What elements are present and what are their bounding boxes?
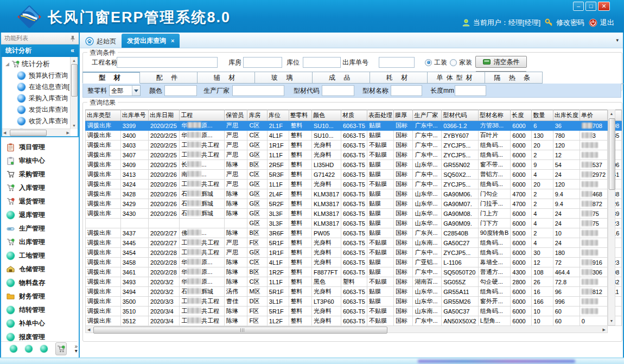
sidebar-item-工地管理[interactable]: 工地管理 bbox=[1, 249, 79, 263]
sidebar-item-结转管理[interactable]: 结转管理 bbox=[1, 303, 79, 317]
table-row[interactable]: 调拨出库34002020/2/25华原...严思C区4L1F整料SU10...6… bbox=[86, 131, 622, 141]
location-input[interactable] bbox=[303, 57, 341, 68]
column-header[interactable]: 单价 bbox=[580, 110, 607, 121]
table-row[interactable]: 调拨出库35122020/3/4工共工程陈琳F区1L2F整料光身料6063-T5… bbox=[86, 316, 622, 326]
table-row[interactable]: 调拨出库35102020/3/4工共工程陈琳F区5R1F整料光身料6063-T5… bbox=[86, 306, 622, 316]
sidebar-item-出库管理[interactable]: 出库管理 bbox=[1, 235, 79, 249]
column-header[interactable]: 出库长度 bbox=[553, 110, 580, 121]
tab-home[interactable]: 起始页 bbox=[80, 35, 122, 48]
toolbar-overflow-button[interactable]: » ▾ bbox=[74, 344, 78, 353]
table-row[interactable]: 调拨出库34302020/2/26石辉城陈琳G区3L3F整料KLM3817606… bbox=[86, 209, 622, 219]
radio-gongzhuang[interactable]: 工装 bbox=[425, 57, 447, 68]
scroll-down-icon[interactable]: ▼ bbox=[608, 317, 615, 325]
radio-jiazhuang[interactable]: 家装 bbox=[450, 57, 472, 68]
whole-part-select[interactable]: 全部 bbox=[109, 85, 141, 96]
tree-root-statistics[interactable]: ◢统计分析 bbox=[3, 58, 69, 70]
table-row[interactable]: 调拨出库34032020/2/25工共工程严思G区1R1F整料光身料6063-T… bbox=[86, 141, 622, 150]
grid-vertical-scrollbar[interactable]: ▲ ▼ bbox=[608, 110, 615, 325]
table-row[interactable]: 调拨出库34372020/2/27佛...陈琳B区3R6F整料PW056063-… bbox=[86, 228, 622, 238]
column-header[interactable]: 表面处理 bbox=[367, 110, 393, 121]
table-row[interactable]: 调拨出库34942020/3/2石辉城汤伟M区5R1F整料光身料6063-T5贴… bbox=[86, 287, 622, 297]
column-header[interactable]: 出库单号 bbox=[120, 110, 148, 121]
order-no-input[interactable] bbox=[379, 57, 415, 68]
toolbar-dot-icon[interactable] bbox=[25, 345, 33, 353]
material-tab[interactable]: 单体型材 bbox=[428, 72, 485, 84]
scroll-right-icon[interactable]: ▶ bbox=[603, 326, 606, 334]
column-header[interactable]: 整零料 bbox=[289, 110, 311, 121]
table-row[interactable]: G区3L3F整料KLM38176063-T5贴膜国标山东华...GA90M09.… bbox=[86, 219, 622, 228]
maker-input[interactable] bbox=[232, 85, 284, 96]
scroll-up-icon[interactable]: ▲ bbox=[71, 57, 78, 64]
toolbar-cart-button[interactable] bbox=[55, 342, 67, 355]
table-row[interactable]: 调拨出库33992020/2/25华原...严思C区2L1F整料SU10...6… bbox=[86, 121, 622, 131]
tree-item[interactable]: 收货入库查询 bbox=[3, 116, 69, 127]
table-row[interactable]: 调拨出库34092020/2/25长...陈琳B区2R5F整料LI35HD606… bbox=[86, 160, 622, 170]
table-row[interactable]: 调拨出库34072020/2/25工共工程严思G区1L1F整料光身料6063-T… bbox=[86, 150, 622, 160]
column-header[interactable]: 长度 bbox=[511, 110, 532, 121]
tree-horizontal-scrollbar[interactable]: ◀ ▶ bbox=[2, 129, 71, 136]
clear-conditions-button[interactable]: 清空条件 bbox=[475, 56, 527, 68]
sidebar-item-补单中心[interactable]: 补单中心 bbox=[1, 317, 79, 330]
grid-horizontal-scrollbar[interactable]: ◀ ▶ bbox=[85, 325, 608, 333]
sidebar-item-退货管理[interactable]: 退货管理 bbox=[1, 195, 79, 208]
minimize-button[interactable]: – bbox=[573, 2, 584, 11]
material-tab[interactable]: 隔 热 条 bbox=[485, 72, 543, 84]
tree-item[interactable]: 发货出库查询 bbox=[3, 104, 69, 116]
sidebar-item-仓储管理[interactable]: 仓储管理 bbox=[1, 263, 79, 276]
column-header[interactable]: 出库日期 bbox=[148, 110, 179, 121]
material-tab[interactable]: 成 品 bbox=[313, 72, 370, 84]
tree-item[interactable]: 采购入库查询 bbox=[3, 93, 69, 104]
tab-close-icon[interactable]: × bbox=[171, 37, 174, 44]
column-header[interactable]: 保管员 bbox=[225, 110, 247, 121]
scroll-down-icon[interactable]: ▼ bbox=[71, 122, 78, 129]
table-row[interactable]: 调拨出库34582020/2/28华原...陈琳C区4L1F整料光身料6063-… bbox=[86, 258, 622, 267]
color-input[interactable] bbox=[164, 85, 197, 96]
pin-icon[interactable] bbox=[70, 35, 75, 42]
material-tab[interactable]: 耗 材 bbox=[370, 72, 428, 84]
table-row[interactable]: 调拨出库34132020/2/26南...严思C区5R3F整料G71422606… bbox=[86, 170, 622, 180]
scroll-left-icon[interactable]: ◀ bbox=[3, 129, 6, 136]
sidebar-item-物料盘存[interactable]: 物料盘存 bbox=[1, 276, 79, 290]
sidebar-item-项目管理[interactable]: 项目管理 bbox=[1, 141, 79, 154]
column-header[interactable]: 颜色 bbox=[311, 110, 341, 121]
column-header[interactable]: 生产厂家 bbox=[413, 110, 442, 121]
tree-item[interactable]: 在途信息查询[待 bbox=[3, 81, 69, 93]
tab-shipping-outbound-query[interactable]: 发货出库查询 × bbox=[122, 34, 180, 48]
material-tab[interactable]: 型 材 bbox=[82, 72, 140, 84]
warehouse-input[interactable] bbox=[243, 57, 282, 68]
sidebar-section-header[interactable]: 统计分析 « bbox=[1, 44, 79, 57]
sidebar-item-财务管理[interactable]: 财务管理 bbox=[1, 290, 79, 303]
scroll-up-icon[interactable]: ▲ bbox=[608, 110, 615, 118]
column-header[interactable]: 型材名称 bbox=[478, 110, 511, 121]
table-row[interactable]: 调拨出库34542020/2/28工共工程严思G区1R1F整料光身料6063-T… bbox=[86, 248, 622, 258]
column-header[interactable]: 型材代码 bbox=[442, 110, 479, 121]
sidebar-item-审核中心[interactable]: 审核中心 bbox=[1, 154, 79, 168]
material-tab[interactable]: 配 件 bbox=[140, 72, 198, 84]
material-tab[interactable]: 辅 材 bbox=[198, 72, 255, 84]
profile-code-input[interactable] bbox=[322, 85, 354, 96]
material-tab[interactable]: 玻 璃 bbox=[255, 72, 313, 84]
collapse-icon[interactable]: « bbox=[71, 44, 74, 57]
sidebar-item-生产管理[interactable]: 生产管理 bbox=[1, 222, 79, 235]
tree-item[interactable]: 预算执行查询 bbox=[3, 70, 69, 81]
tree-expander-icon[interactable]: ◢ bbox=[5, 61, 9, 67]
scroll-left-icon[interactable]: ◀ bbox=[87, 326, 90, 334]
column-header[interactable]: 库位 bbox=[267, 110, 289, 121]
close-button[interactable]: ✕ bbox=[598, 2, 610, 11]
table-row[interactable]: 调拨出库34282020/2/26石辉城陈琳G区2L4F整料KLM3817606… bbox=[86, 189, 622, 199]
scroll-right-icon[interactable]: ▶ bbox=[67, 129, 69, 136]
sidebar-item-退库管理[interactable]: 退库管理 bbox=[1, 208, 79, 222]
table-row[interactable]: 调拨出库34292020/2/26石辉城陈琳G区5R2F整料KLM3817606… bbox=[86, 199, 622, 209]
column-header[interactable]: 材质 bbox=[341, 110, 367, 121]
logout-button[interactable]: 退出 bbox=[589, 18, 614, 28]
project-name-input[interactable] bbox=[117, 57, 218, 68]
table-row[interactable]: 调拨出库35002020/3/3工共工程曹佳D区3L1F整料LT3P606063… bbox=[86, 297, 622, 306]
change-password-button[interactable]: 修改密码 bbox=[545, 18, 584, 28]
profile-name-input[interactable] bbox=[391, 85, 422, 96]
tree-vertical-scrollbar[interactable]: ▲ ▼ bbox=[70, 57, 78, 129]
toolbar-dot-icon[interactable] bbox=[10, 345, 17, 353]
column-header[interactable]: 库房 bbox=[247, 110, 267, 121]
sidebar-item-采购管理[interactable]: 采购管理 bbox=[1, 168, 79, 181]
length-input[interactable] bbox=[455, 85, 486, 96]
toolbar-dot-icon[interactable] bbox=[40, 345, 48, 353]
